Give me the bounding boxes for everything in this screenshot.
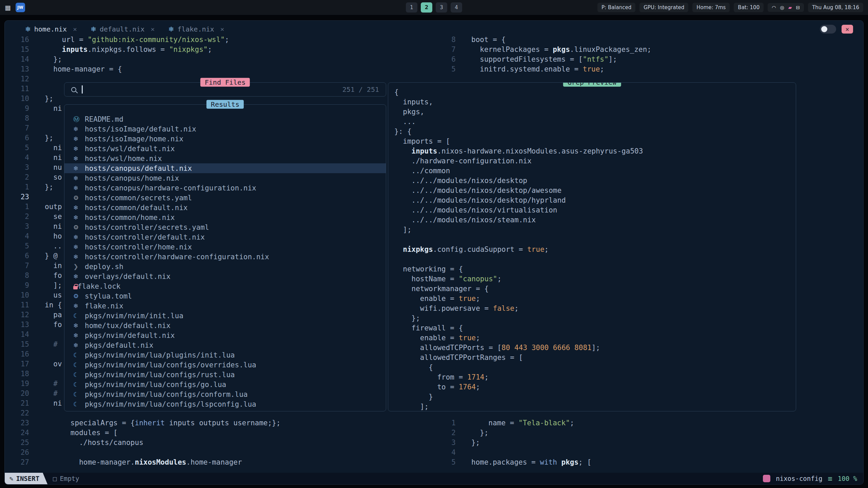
result-item[interactable]: ❄hosts/isoImage/home.nix [64,134,386,144]
result-item[interactable]: ❄hosts/wsl/home.nix [64,154,386,163]
close-window-button[interactable]: × [842,25,853,34]
code-line[interactable]: 5 initrd.systemd.enable = true; [431,64,651,74]
result-item[interactable]: ☾pkgs/nvim/nvim/lua/configs/overrides.lu… [64,360,386,370]
code-line[interactable]: 16 url = "github:nix-community/nixos-wsl… [5,35,280,45]
preview-line: ./hardware-configuration.nix [394,156,796,166]
code-line[interactable]: 25 ./hosts/canopus [5,438,280,448]
code-line[interactable]: 7 kernelPackages = pkgs.linuxPackages_ze… [431,45,651,55]
code-line[interactable]: 26 [5,448,280,458]
result-item[interactable]: ❄overlays/default.nix [64,271,386,281]
tab-flake.nix[interactable]: ❄flake.nix× [168,25,224,33]
workspace-logo[interactable]: JW [16,3,25,12]
line-number: 3 [5,222,29,231]
result-item[interactable]: ❄flake.nix [64,301,386,311]
result-item[interactable]: ☾pkgs/nvim/nvim/lua/configs/go.lua [64,380,386,389]
workspace-2[interactable]: 2 [421,2,432,13]
result-item[interactable]: ⚙stylua.toml [64,291,386,301]
code-line[interactable]: 6 supportedFilesystems = ["ntfs"]; [431,55,651,64]
code-line[interactable]: 5home.packages = with pkgs; [ [431,458,591,467]
nix-icon: ❄ [73,135,85,142]
tab-label: flake.nix [177,25,214,33]
preview-line: networkmanager = { [394,284,796,294]
code-line[interactable]: 23 specialArgs = {inherit inputs outputs… [5,418,280,428]
workspace-4[interactable]: 4 [451,2,462,13]
tray-icon[interactable]: ⊟ [796,5,800,10]
result-item[interactable]: ❄hosts/canopus/default.nix [64,163,386,173]
result-item[interactable]: ❄hosts/common/default.nix [64,203,386,212]
markdown-icon: Ⓜ [73,115,85,123]
code-line[interactable]: 2 }; [431,428,591,438]
clock[interactable]: Thu Aug 08, 18:16 [808,3,863,12]
nix-icon: ❄ [73,155,85,162]
statusline: ✎ INSERT □ Empty nixos-config ≡ 100 % [5,473,863,484]
result-item[interactable]: ❄hosts/canopus/home.nix [64,173,386,183]
workspace-1[interactable]: 1 [406,2,417,13]
result-item[interactable]: ☾pkgs/nvim/nvim/init.lua [64,311,386,321]
result-path: flake.lock [78,282,120,290]
tab-home.nix[interactable]: ❄home.nix× [25,25,77,33]
record-icon[interactable]: ▰ [788,5,792,10]
result-item[interactable]: ☾pkgs/nvim/nvim/lua/configs/lspconfig.lu… [64,399,386,409]
line-number: 15 [5,45,29,55]
result-item[interactable]: ⚙hosts/controller/secrets.yaml [64,222,386,232]
result-item[interactable]: ❄hosts/canopus/hardware-configuration.ni… [64,183,386,193]
result-item[interactable]: ☾pkgs/nvim/nvim/lua/configs/conform.lua [64,389,386,399]
code-line[interactable]: 1 name = "Tela-black"; [431,418,591,428]
result-item[interactable]: ❄hosts/wsl/default.nix [64,144,386,154]
result-path: hosts/isoImage/home.nix [85,135,183,143]
result-item[interactable]: flake.lock [64,281,386,291]
result-path: hosts/controller/hardware-configuration.… [85,253,269,261]
code-line[interactable]: 14 }; [5,55,280,64]
result-item[interactable]: ❄hosts/controller/hardware-configuration… [64,252,386,262]
find-files-prompt[interactable]: Find Files 251 / 251 [64,82,386,97]
line-number: 9 [5,281,29,290]
result-item[interactable]: ⚙hosts/common/secrets.yaml [64,193,386,203]
nix-icon: ❄ [73,175,85,182]
close-tab-icon[interactable]: × [220,25,224,33]
result-item[interactable]: ❯deploy.sh [64,262,386,271]
result-item[interactable]: ❄hosts/controller/default.nix [64,232,386,242]
code-line[interactable]: 27 home-manager.nixosModules.home-manage… [5,458,280,467]
notification-icon[interactable]: ◎ [780,5,784,10]
text-cursor [82,85,83,94]
result-item[interactable]: ⓂREADME.md [64,114,386,124]
yaml-icon: ⚙ [73,224,85,231]
result-item[interactable]: ❄home/tux/default.nix [64,321,386,330]
code-line[interactable]: 15 inputs.nixpkgs.follows = "nixpkgs"; [5,45,280,55]
result-item[interactable]: ❄hosts/common/home.nix [64,212,386,222]
line-number: 22 [5,408,29,418]
code-line[interactable]: 4 [431,448,591,458]
result-path: pkgs/nvim/nvim/lua/configs/conform.lua [85,390,248,399]
result-item[interactable]: ☾pkgs/nvim/nvim/lua/configs/rust.lua [64,370,386,380]
code-line[interactable]: 3}; [431,438,591,448]
line-number: 23 [5,418,29,428]
apps-grid-icon[interactable]: ▦ [5,4,11,11]
code-line[interactable]: 24 modules = [ [5,428,280,438]
project-name: nixos-config [776,475,822,482]
result-item[interactable]: ❄hosts/controller/home.nix [64,242,386,252]
line-number: 12 [5,310,29,320]
status-bar: ▦ JW 1234 P: BalancedGPU: IntegratedHome… [0,0,868,15]
toggle-icon[interactable] [820,25,836,34]
code-line[interactable]: 13 home-manager = { [5,64,280,74]
workspace-3[interactable]: 3 [436,2,447,13]
preview-line: ../../modules/nixos/desktop [394,176,796,186]
preview-line: { [394,363,796,372]
line-number: 8 [431,35,456,45]
tab-default.nix[interactable]: ❄default.nix× [91,25,155,33]
code-text: us [45,290,62,300]
wifi-icon[interactable]: ◠ [772,5,776,10]
close-tab-icon[interactable]: × [151,25,155,33]
pencil-icon: ✎ [9,475,13,482]
result-path: pkgs/nvim/nvim/init.lua [85,312,183,320]
result-item[interactable]: ❄pkgs/default.nix [64,340,386,350]
code-line[interactable]: 8boot = { [431,35,651,45]
result-item[interactable]: ❄hosts/isoImage/default.nix [64,124,386,134]
code-text: }; [471,428,489,438]
result-item[interactable]: ❄pkgs/nvim/default.nix [64,330,386,340]
result-item[interactable]: ☾pkgs/nvim/nvim/lua/plugins/init.lua [64,350,386,360]
code-text: initrd.systemd.enable = true; [471,64,604,74]
close-tab-icon[interactable]: × [73,25,77,33]
result-path: hosts/controller/home.nix [85,243,192,251]
code-text: # [45,389,58,399]
